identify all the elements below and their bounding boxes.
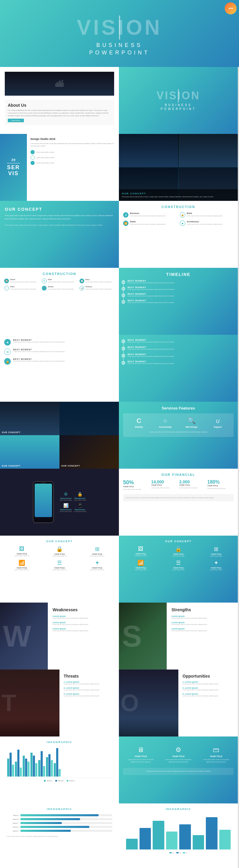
bm-item-2: 🔒 BEST MOMENTLorem ipsum dolor sit amet … <box>4 358 115 365</box>
service-item-3: u Support <box>206 417 230 428</box>
timeline-title: TIMELINE <box>123 272 234 277</box>
ds-text: Lorem ipsum dolor sit amet, consectetur … <box>31 142 115 147</box>
stat-2: 2,000 YOUR TITLE Lorem ipsum dolor sit a… <box>179 479 206 491</box>
hero-slide: 澳究网 VISION BUSINESS POWERPOINT <box>0 0 239 67</box>
opportunity-item-1: 2. Lorem ipsum Lorem ipsum dolor sit ame… <box>182 687 234 691</box>
timeline-item-2: BEST MOMENTLorem ipsum dolor sit amet co… <box>122 293 234 297</box>
best-moment-left-slide: ★ BEST MOMENTLorem ipsum dolor sit amet … <box>0 335 119 402</box>
financial-slide: OUR FINANCIAL 50% YOUR TITLE Lorem ipsum… <box>119 469 238 536</box>
construction2-slide: CONSTRUCTION 🏠 SmartLorem ipsum dolor si… <box>0 268 119 335</box>
concept-icon-5: ✦ YOUR TITLE Lorem ipsum dolor sit <box>79 560 115 571</box>
ds-studio-title: Design Studio 2019 <box>31 137 115 141</box>
construction2-item-1: ⚙ GearLorem ipsum dolor sit amet consect… <box>42 279 77 283</box>
strengths-slide: S Strengths Lorem ipsum Lorem ipsum dolo… <box>119 602 238 670</box>
construction1-item-3: ◆ ArchitectureLorem ipsum dolor sit amet… <box>180 221 234 226</box>
ds-number: 29 <box>11 158 15 162</box>
about-us-slide: 🏙 About Us It is a long established fact… <box>0 67 119 134</box>
concept-teal-icon-5: ✦ YOUR TITLE Lorem ipsum dolor <box>198 560 234 571</box>
concept-dark-label: OUR CONCEPT Proin grave duie curapt id p… <box>119 189 238 201</box>
our-concept-teal-slide: OUR CONCEPT Proin grave duie curapt id p… <box>0 201 119 268</box>
services-slide: Services Features C Mobility ○ Connectiv… <box>119 402 238 469</box>
construction2-item-0: 🏠 SmartLorem ipsum dolor sit amet consec… <box>4 279 39 283</box>
your-title-cards-slide: 🖥 YOUR TITLE Lorem ipsum dolor sit amet … <box>119 737 238 803</box>
opportunities-slide: O Opportunities 1. Lorem ipsum Lorem ips… <box>119 670 238 737</box>
ds-left: 29 SERVIS <box>0 134 27 201</box>
strength-item-0: Lorem ipsum Lorem ipsum dolor sit amet c… <box>171 615 233 619</box>
bm-item-1: ⚙ BEST MOMENTLorem ipsum dolor sit amet … <box>4 348 115 355</box>
infographic2-slide: INFOGRAPHIC Series A Series B Series C S… <box>0 803 119 868</box>
infographic2-title: INFOGRAPHIC <box>4 808 115 811</box>
concept-teal-icon-0: 🖼 YOUR TITLE Lorem ipsum dolor <box>123 546 158 557</box>
strengths-title: Strengths <box>171 607 233 612</box>
service-item-0: C Mobility <box>127 417 151 428</box>
opportunities-title: Opportunities <box>182 674 234 679</box>
weaknesses-slide: W Weaknesses Lorem ipsum Lorem ipsum dol… <box>0 602 119 670</box>
threat-item-1: 2. Lorem ipsum Lorem ipsum dolor sit ame… <box>64 687 115 691</box>
timeline-slide: TIMELINE BEST MOMENTLorem ipsum dolor si… <box>119 268 238 335</box>
design-studio-slide: 29 SERVIS Design Studio 2019 Lorem ipsum… <box>0 134 119 201</box>
oc-teal-title: OUR CONCEPT <box>5 207 114 212</box>
timeline-item-3: BEST MOMENTLorem ipsum dolor sit amet co… <box>122 300 234 304</box>
threats-title: Threats <box>64 674 115 679</box>
bm-right-item-3: BEST MOMENTLorem ipsum dolor sit amet co… <box>122 361 234 365</box>
infographic3-title: INFOGRAPHIC <box>123 808 234 811</box>
infographic1-slide: INFOGRAPHIC <box>0 737 119 803</box>
logo-badge: 澳究网 <box>225 2 237 14</box>
strength-item-2: Lorem ipsum Lorem ipsum dolor sit amet c… <box>171 628 233 632</box>
chart-legend: Series A Series B Series C <box>4 780 115 782</box>
hero-title: VISION <box>77 17 162 38</box>
threats-slide: T Threats 1. Lorem ipsum Lorem ipsum dol… <box>0 670 119 737</box>
vision-small-sub1: BUSINESS <box>165 103 192 107</box>
vision-small-sub2: POWERPOINT <box>161 107 196 111</box>
weakness-item-1: Lorem ipsum Lorem ipsum dolor sit amet c… <box>53 621 114 626</box>
infographic3-slide: INFOGRAPHIC A B C <box>119 803 238 868</box>
construction1-item-1: 🔒 BuildLorem ipsum dolor sit amet consec… <box>180 212 234 218</box>
bm-right-item-2: BEST MOMENTLorem ipsum dolor sit amet co… <box>122 353 234 358</box>
concept-icon-1: 🔒 YOUR TITLE Lorem ipsum dolor sit <box>42 546 77 557</box>
phone-feature-0: ⚙ Improvement Lorem ipsum dolor <box>60 492 72 501</box>
threat-item-2: 3. Lorem ipsum Lorem ipsum dolor sit ame… <box>64 693 115 697</box>
financial-title: OUR FINANCIAL <box>123 473 234 476</box>
concept-teal-icon-2: ⊞ YOUR TITLE Lorem ipsum dolor <box>198 546 234 557</box>
our-concept-image-slide: OUR CONCEPT Proin grave duie curapt id p… <box>119 134 238 201</box>
weakness-item-2: Lorem ipsum Lorem ipsum dolor sit amet c… <box>53 628 114 632</box>
construction2-item-4: 🔊 SoundLorem ipsum dolor sit amet consec… <box>42 286 77 290</box>
construction2-item-3: ✂ PlantLorem ipsum dolor sit amet consec… <box>4 286 39 290</box>
concept-icons-right-slide: OUR CONCEPT 🖼 YOUR TITLE Lorem ipsum dol… <box>119 536 238 602</box>
concept-icon-0: 🖼 YOUR TITLE Lorem ipsum dolor sit <box>4 546 39 557</box>
concept-city-slide: OUR CONCEPT OUR CONCEPT OUR CONCEPT <box>0 402 119 469</box>
phone-feature-3: 📱 Registration Lorem ipsum dolor <box>74 503 86 513</box>
concept-teal-icon-4: ☰ YOUR TITLE Lorem ipsum dolor <box>161 560 196 571</box>
construction1-item-2: 📶 RadioLorem ipsum dolor sit amet consec… <box>123 221 177 226</box>
bm-right-item-0: BEST MOMENTLorem ipsum dolor sit amet co… <box>122 339 234 343</box>
concept-teal-icon-3: 📶 YOUR TITLE Lorem ipsum dolor <box>123 560 158 571</box>
stat-3: 180% YOUR TITLE Lorem ipsum dolor sit am… <box>207 479 234 491</box>
stat-0: 50% YOUR TITLE Lorem ipsum dolor sit ame… <box>123 479 149 491</box>
vision-small-title: VISION <box>157 90 200 101</box>
hero-subtitle1: BUSINESS <box>96 42 142 49</box>
opportunity-item-2: 3. Lorem ipsum Lorem ipsum dolor sit ame… <box>182 693 234 697</box>
concept-icon-2: ⊞ YOUR TITLE Lorem ipsum dolor sit <box>79 546 115 557</box>
stat-1: 14,000 YOUR TITLE Lorem ipsum dolor sit … <box>151 479 177 491</box>
concept-icon-4: ☰ YOUR TITLE Lorem ipsum dolor sit <box>42 560 77 571</box>
weakness-item-0: Lorem ipsum Lorem ipsum dolor sit amet c… <box>53 615 114 619</box>
ds-servis: SERVIS <box>7 163 20 177</box>
concept-icon-3: 📶 YOUR TITLE Lorem ipsum dolor sit <box>4 560 39 571</box>
bm-right-item-1: BEST MOMENTLorem ipsum dolor sit amet co… <box>122 346 234 350</box>
bm-item-0: ★ BEST MOMENTLorem ipsum dolor sit amet … <box>4 339 115 345</box>
construction1-slide: CONSTRUCTION ⚙ BusinessLorem ipsum dolor… <box>119 201 238 268</box>
vision-small-slide: VISION BUSINESS POWERPOINT <box>119 67 238 134</box>
hero-subtitle2: POWERPOINT <box>89 50 150 56</box>
timeline-item-1: BEST MOMENTLorem ipsum dolor sit amet co… <box>122 286 234 290</box>
concept-teal-icon-1: 🔒 YOUR TITLE Lorem ipsum dolor <box>161 546 196 557</box>
infographic1-title: INFOGRAPHIC <box>4 741 115 744</box>
service-item-1: ○ Connectivity <box>153 417 177 428</box>
concept-icons-right-title: OUR CONCEPT <box>123 540 234 543</box>
about-image: 🏙 <box>5 72 114 96</box>
construction1-item-0: ⚙ BusinessLorem ipsum dolor sit amet con… <box>123 212 177 218</box>
about-title: About Us <box>8 103 111 107</box>
read-more-button[interactable]: Read More <box>8 119 24 122</box>
about-text: It is a long established fact that a rea… <box>8 109 111 117</box>
bar-chart <box>4 747 115 777</box>
oc-teal-text: Proin grave duie curapt id porta ut lotu… <box>5 214 114 221</box>
